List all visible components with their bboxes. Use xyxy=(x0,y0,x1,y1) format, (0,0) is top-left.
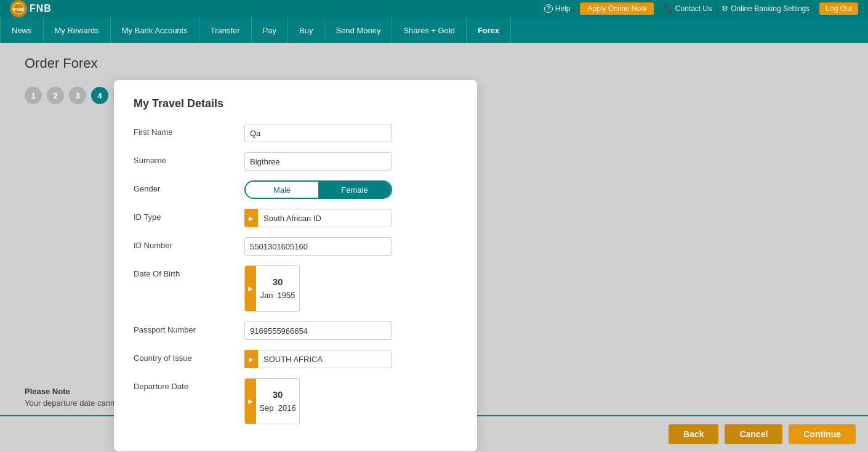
dob-year: 1955 xyxy=(278,291,295,300)
first-name-row: First Name xyxy=(134,124,457,142)
country-row: Country of Issue ▶ SOUTH AFRICA xyxy=(134,350,457,368)
passport-input[interactable] xyxy=(244,321,392,340)
nav-news[interactable]: News xyxy=(0,17,44,43)
step-3[interactable]: 3 xyxy=(69,87,86,104)
id-number-row: ID Number xyxy=(134,237,457,256)
departure-row: Departure Date ▶ 30 Sep 2016 xyxy=(134,378,457,415)
dob-month-year: Jan 1955 xyxy=(260,289,295,302)
departure-year: 2016 xyxy=(278,403,296,413)
id-number-input[interactable] xyxy=(244,237,392,256)
departure-picker[interactable]: ▶ 30 Sep 2016 xyxy=(244,378,300,415)
departure-month-year: Sep 2016 xyxy=(259,402,295,415)
first-name-label: First Name xyxy=(134,124,244,137)
nav-buy[interactable]: Buy xyxy=(288,17,324,43)
modal-title: My Travel Details xyxy=(134,97,457,110)
gender-label: Gender xyxy=(134,180,244,193)
help-label: Help xyxy=(555,4,571,13)
first-name-control xyxy=(244,124,457,142)
dob-picker[interactable]: ▶ 30 Jan 1955 xyxy=(244,265,300,312)
gear-icon: ⚙ xyxy=(721,4,728,13)
logo-area: FNB FNB xyxy=(10,0,52,17)
departure-label: Departure Date xyxy=(134,378,244,391)
gender-male[interactable]: Male xyxy=(246,182,318,198)
nav-transfer[interactable]: Transfer xyxy=(199,17,252,43)
departure-day: 30 xyxy=(259,387,295,402)
top-bar: FNB FNB ? Help Apply Online Now 📞 Contac… xyxy=(0,0,868,17)
dob-month: Jan xyxy=(260,291,273,300)
gender-toggle[interactable]: Male Female xyxy=(244,180,392,199)
nav-pay[interactable]: Pay xyxy=(252,17,288,43)
country-arrow-icon: ▶ xyxy=(244,350,258,368)
surname-label: Surname xyxy=(134,152,244,165)
step-4[interactable]: 4 xyxy=(91,87,108,104)
id-type-select[interactable]: South African ID xyxy=(244,209,392,227)
departure-month: Sep xyxy=(259,403,273,413)
contact-link[interactable]: 📞 Contact Us xyxy=(664,4,712,13)
id-type-select-wrapper: ▶ South African ID xyxy=(244,209,392,227)
fnb-logo: FNB FNB xyxy=(10,0,52,17)
dob-label: Date Of Birth xyxy=(134,265,244,278)
departure-content: 30 Sep 2016 xyxy=(259,387,295,415)
surname-row: Surname xyxy=(134,152,457,171)
country-control: ▶ SOUTH AFRICA xyxy=(244,350,457,368)
dob-arrow-icon[interactable]: ▶ xyxy=(245,266,256,311)
nav-shares-gold[interactable]: Shares + Gold xyxy=(392,17,466,43)
departure-control: ▶ 30 Sep 2016 xyxy=(244,378,457,415)
id-number-control xyxy=(244,237,457,256)
settings-label: Online Banking Settings xyxy=(731,4,810,13)
settings-link[interactable]: ⚙ Online Banking Settings xyxy=(721,4,810,13)
id-number-label: ID Number xyxy=(134,237,244,250)
help-link[interactable]: ? Help xyxy=(544,4,571,13)
departure-arrow-icon[interactable]: ▶ xyxy=(245,379,256,415)
apply-button[interactable]: Apply Online Now xyxy=(580,2,653,15)
surname-input[interactable] xyxy=(244,152,392,171)
nav-forex[interactable]: Forex xyxy=(467,17,511,43)
step-1[interactable]: 1 xyxy=(25,87,42,104)
id-type-row: ID Type ▶ South African ID xyxy=(134,209,457,227)
first-name-input[interactable] xyxy=(244,124,392,142)
gender-row: Gender Male Female xyxy=(134,180,457,199)
country-select[interactable]: SOUTH AFRICA xyxy=(244,350,392,368)
id-type-label: ID Type xyxy=(134,209,244,222)
travel-details-modal: My Travel Details First Name Surname Gen… xyxy=(114,80,477,415)
id-type-arrow-icon: ▶ xyxy=(244,209,258,227)
dob-content: 30 Jan 1955 xyxy=(260,275,295,302)
logout-button[interactable]: Log Out xyxy=(819,2,858,15)
dob-control: ▶ 30 Jan 1955 xyxy=(244,265,457,312)
gender-female[interactable]: Female xyxy=(318,182,391,198)
passport-control xyxy=(244,321,457,340)
id-type-control: ▶ South African ID xyxy=(244,209,457,227)
country-label: Country of Issue xyxy=(134,350,244,363)
phone-icon: 📞 xyxy=(664,4,673,13)
svg-text:FNB: FNB xyxy=(14,7,24,12)
question-icon: ? xyxy=(544,4,553,13)
dob-row: Date Of Birth ▶ 30 Jan 1955 xyxy=(134,265,457,312)
step-2[interactable]: 2 xyxy=(47,87,64,104)
dob-day: 30 xyxy=(260,275,295,289)
nav-bar: News My Rewards My Bank Accounts Transfe… xyxy=(0,17,868,43)
country-select-wrapper: ▶ SOUTH AFRICA xyxy=(244,350,392,368)
nav-send-money[interactable]: Send Money xyxy=(324,17,392,43)
fnb-logo-text: FNB xyxy=(30,3,52,14)
surname-control xyxy=(244,152,457,171)
modal-container: My Travel Details First Name Surname Gen… xyxy=(114,80,477,415)
page-title: Order Forex xyxy=(25,55,843,77)
contact-label: Contact Us xyxy=(675,4,712,13)
nav-rewards[interactable]: My Rewards xyxy=(44,17,111,43)
passport-row: Passport Number xyxy=(134,321,457,340)
passport-label: Passport Number xyxy=(134,321,244,334)
nav-bank-accounts[interactable]: My Bank Accounts xyxy=(111,17,199,43)
gender-control: Male Female xyxy=(244,180,457,199)
fnb-logo-icon: FNB xyxy=(10,0,27,17)
